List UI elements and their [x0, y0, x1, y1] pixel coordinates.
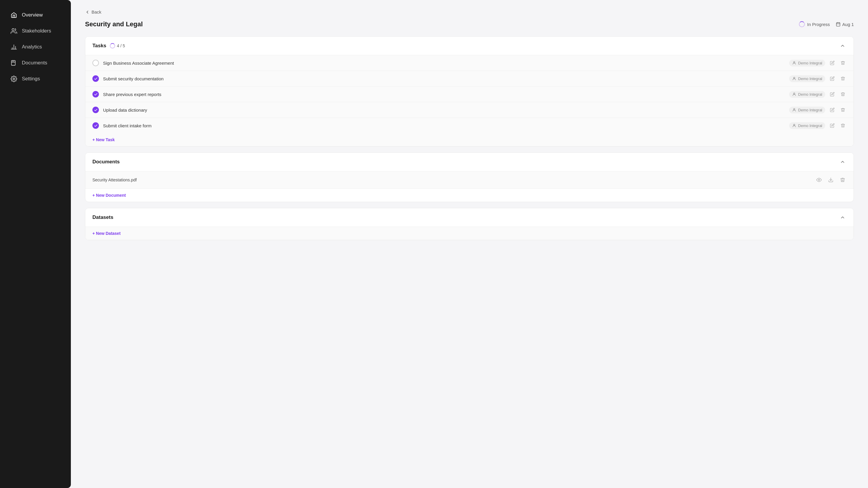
bar-chart-icon: [11, 44, 17, 50]
sidebar-item-documents[interactable]: Documents: [2, 56, 68, 70]
new-task-button[interactable]: + New Task: [85, 133, 122, 146]
edit-icon: [830, 92, 835, 96]
svg-point-0: [12, 29, 14, 31]
document-row: Security Attestations.pdf: [85, 171, 854, 189]
svg-point-14: [794, 108, 795, 110]
task-label: Sign Business Associate Agreement: [103, 61, 785, 65]
edit-task-button[interactable]: [829, 122, 836, 129]
trash-icon: [841, 61, 845, 65]
edit-icon: [830, 108, 835, 112]
sidebar: Overview Stakeholders Analytics: [0, 0, 71, 488]
task-actions: Demo Integral: [789, 75, 846, 82]
owner-icon: [792, 61, 796, 65]
task-owner: Demo Integral: [789, 60, 825, 66]
chevron-up-icon: [840, 215, 845, 220]
owner-icon: [792, 77, 796, 81]
task-row: Submit security documentation Demo Integ…: [85, 71, 854, 87]
chevron-left-icon: [85, 10, 90, 15]
documents-card: Documents Security Attestations.pdf: [85, 152, 854, 202]
sidebar-item-label: Documents: [22, 60, 47, 66]
edit-task-button[interactable]: [829, 91, 836, 98]
documents-collapse-button[interactable]: [839, 158, 846, 166]
delete-task-button[interactable]: [839, 122, 846, 129]
svg-point-11: [794, 61, 795, 63]
chevron-up-icon: [840, 159, 845, 165]
owner-icon: [792, 108, 796, 112]
datasets-body: + New Dataset: [85, 227, 854, 240]
delete-task-button[interactable]: [839, 91, 846, 98]
calendar-icon: [836, 22, 841, 27]
task-actions: Demo Integral: [789, 91, 846, 98]
trash-icon: [841, 92, 845, 96]
documents-title: Documents: [92, 159, 120, 165]
edit-task-button[interactable]: [829, 75, 836, 82]
settings-icon: [11, 76, 17, 82]
page-title: Security and Legal: [85, 20, 143, 28]
date-badge: Aug 1: [836, 22, 854, 27]
task-owner: Demo Integral: [789, 75, 825, 82]
file-icon: [11, 60, 17, 66]
edit-task-button[interactable]: [829, 106, 836, 113]
sidebar-item-label: Stakeholders: [22, 28, 51, 34]
task-actions: Demo Integral: [789, 122, 846, 129]
task-owner: Demo Integral: [789, 107, 825, 113]
page-header: Security and Legal In Progress Aug 1: [85, 20, 854, 28]
new-document-button[interactable]: + New Document: [85, 189, 133, 202]
sidebar-item-stakeholders[interactable]: Stakeholders: [2, 24, 68, 38]
status-spinner-icon: [799, 21, 805, 27]
task-row: Upload data dictionary Demo Integral: [85, 102, 854, 118]
task-actions: Demo Integral: [789, 106, 846, 113]
edit-icon: [830, 123, 835, 128]
tasks-card: Tasks 4 / 5 Sign Business Associate Agre…: [85, 36, 854, 146]
sidebar-item-label: Analytics: [22, 44, 42, 50]
trash-icon: [840, 177, 845, 182]
task-list: Sign Business Associate Agreement Demo I…: [85, 55, 854, 146]
trash-icon: [841, 76, 845, 81]
delete-task-button[interactable]: [839, 59, 846, 66]
task-count: 4 / 5: [110, 43, 125, 49]
view-document-button[interactable]: [815, 176, 823, 184]
task-label: Submit security documentation: [103, 76, 785, 81]
svg-point-13: [794, 93, 795, 94]
new-dataset-button[interactable]: + New Dataset: [85, 227, 128, 240]
check-icon: [94, 124, 98, 127]
tasks-title: Tasks 4 / 5: [92, 43, 125, 49]
status-badge: In Progress: [799, 21, 830, 27]
owner-icon: [792, 123, 796, 127]
task-checkbox-checked[interactable]: [92, 107, 99, 113]
trash-icon: [841, 123, 845, 128]
task-checkbox-unchecked[interactable]: [92, 60, 99, 66]
delete-task-button[interactable]: [839, 106, 846, 113]
datasets-collapse-button[interactable]: [839, 213, 846, 221]
eye-icon: [816, 177, 822, 182]
sidebar-item-label: Settings: [22, 76, 40, 82]
sidebar-item-overview[interactable]: Overview: [2, 8, 68, 23]
main-content: Back Security and Legal In Progress Aug …: [71, 0, 868, 488]
sidebar-item-analytics[interactable]: Analytics: [2, 39, 68, 54]
owner-icon: [792, 92, 796, 96]
svg-point-15: [794, 124, 795, 125]
svg-point-16: [818, 179, 820, 181]
task-label: Upload data dictionary: [103, 108, 785, 113]
document-name: Security Attestations.pdf: [92, 177, 815, 182]
delete-document-button[interactable]: [839, 176, 846, 184]
task-count-spinner-icon: [110, 43, 115, 49]
datasets-card-header: Datasets: [85, 208, 854, 227]
delete-task-button[interactable]: [839, 75, 846, 82]
back-button[interactable]: Back: [85, 9, 854, 15]
home-icon: [11, 12, 17, 18]
trash-icon: [841, 108, 845, 112]
task-checkbox-checked[interactable]: [92, 91, 99, 97]
task-actions: Demo Integral: [789, 59, 846, 66]
header-meta: In Progress Aug 1: [799, 21, 854, 27]
sidebar-item-settings[interactable]: Settings: [2, 71, 68, 86]
tasks-card-header: Tasks 4 / 5: [85, 37, 854, 55]
download-document-button[interactable]: [827, 176, 835, 184]
task-checkbox-checked[interactable]: [92, 122, 99, 129]
task-checkbox-checked[interactable]: [92, 75, 99, 82]
task-row: Share previous expert reports Demo Integ…: [85, 87, 854, 102]
check-icon: [94, 92, 98, 96]
task-owner: Demo Integral: [789, 122, 825, 129]
tasks-collapse-button[interactable]: [839, 42, 846, 50]
edit-task-button[interactable]: [829, 59, 836, 66]
